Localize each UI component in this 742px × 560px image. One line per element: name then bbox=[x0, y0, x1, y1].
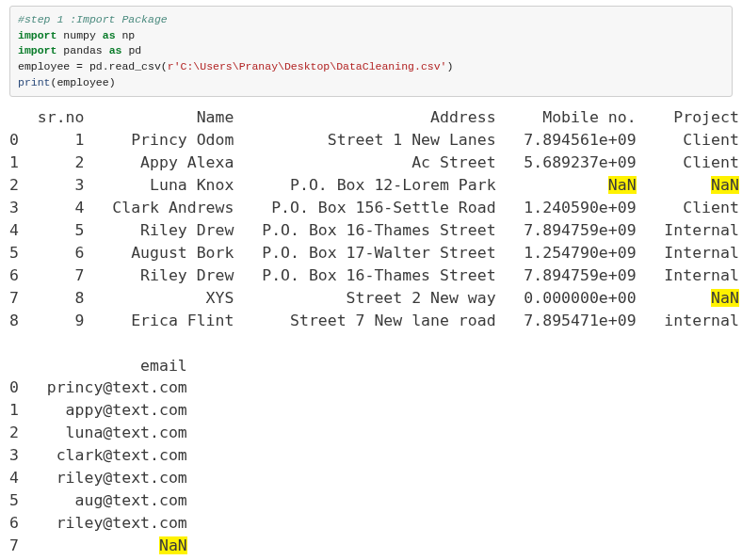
output-dataframe: sr.no Name Address Mobile no. Project \ … bbox=[9, 106, 733, 560]
code-fn: print bbox=[18, 76, 51, 88]
code-comment: #step 1 :Import Package bbox=[18, 13, 168, 25]
code-string: r'C:\Users\Pranay\Desktop\DataCleaning.c… bbox=[168, 60, 447, 72]
code-cell: #step 1 :Import Package import numpy as … bbox=[9, 6, 733, 97]
code-kw: import bbox=[18, 29, 56, 41]
